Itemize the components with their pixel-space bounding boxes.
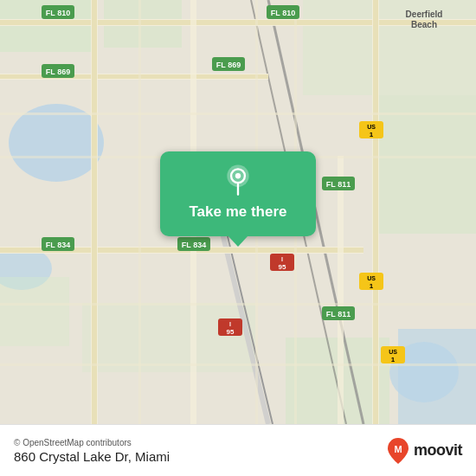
take-me-there-button[interactable]: Take me there (160, 151, 316, 236)
svg-rect-11 (82, 303, 255, 372)
svg-point-70 (235, 173, 241, 178)
svg-text:1: 1 (391, 356, 396, 363)
button-label: Take me there (189, 203, 286, 221)
svg-text:FL 811: FL 811 (326, 310, 351, 318)
svg-rect-32 (138, 0, 141, 424)
osm-attribution: © OpenStreetMap contributors (14, 438, 170, 447)
svg-rect-9 (0, 277, 69, 346)
svg-text:US: US (367, 275, 376, 281)
svg-text:FL 869: FL 869 (216, 61, 241, 69)
moovit-logo: M moovit (386, 436, 462, 466)
svg-text:FL 810: FL 810 (46, 9, 70, 17)
svg-point-1 (9, 104, 104, 182)
svg-text:FL 810: FL 810 (271, 9, 295, 17)
svg-rect-30 (0, 303, 476, 306)
svg-rect-7 (303, 0, 476, 95)
svg-text:US: US (389, 349, 397, 355)
svg-text:Deerfield: Deerfield (406, 10, 443, 19)
moovit-text: moovit (414, 441, 462, 460)
svg-rect-19 (0, 74, 268, 79)
svg-text:I: I (229, 321, 231, 327)
svg-text:FL 869: FL 869 (46, 68, 70, 76)
moovit-pin-icon: M (386, 436, 410, 466)
svg-text:US: US (367, 124, 376, 130)
bottom-bar: © OpenStreetMap contributors 860 Crystal… (0, 424, 476, 476)
address-text: 860 Crystal Lake Dr, Miami (14, 449, 170, 464)
location-pin-icon (222, 164, 254, 196)
map-view: FL 810 FL 810 FL 869 FL 869 FL 834 FL 83… (0, 0, 476, 424)
svg-rect-28 (0, 113, 476, 115)
svg-rect-27 (338, 156, 344, 424)
svg-rect-17 (0, 20, 476, 25)
svg-text:95: 95 (279, 263, 286, 271)
svg-text:Beach: Beach (411, 20, 437, 29)
svg-text:FL 834: FL 834 (46, 241, 70, 249)
svg-text:1: 1 (370, 282, 374, 290)
svg-rect-23 (92, 0, 97, 424)
svg-text:M: M (394, 444, 402, 454)
svg-rect-31 (0, 363, 476, 366)
svg-text:FL 811: FL 811 (326, 180, 351, 189)
svg-rect-8 (372, 95, 476, 234)
svg-text:1: 1 (370, 131, 374, 138)
svg-rect-26 (373, 0, 378, 424)
address-section: © OpenStreetMap contributors 860 Crystal… (14, 438, 170, 464)
svg-text:I: I (281, 256, 283, 262)
svg-text:FL 834: FL 834 (182, 241, 206, 249)
svg-text:95: 95 (227, 328, 235, 336)
